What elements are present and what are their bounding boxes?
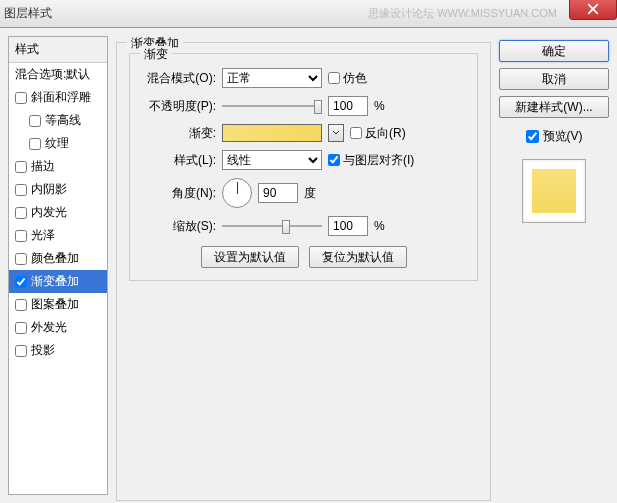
- sidebar-item-checkbox[interactable]: [15, 253, 27, 265]
- sidebar-item-checkbox[interactable]: [15, 230, 27, 242]
- angle-label: 角度(N):: [142, 185, 216, 202]
- blend-mode-select[interactable]: 正常: [222, 68, 322, 88]
- sub-legend: 渐变: [140, 46, 172, 63]
- sidebar-item-label: 渐变叠加: [31, 273, 79, 290]
- sidebar-item[interactable]: 等高线: [9, 109, 107, 132]
- sidebar-item-checkbox[interactable]: [15, 161, 27, 173]
- blend-mode-label: 混合模式(O):: [142, 70, 216, 87]
- sidebar-header: 样式: [9, 37, 107, 63]
- sidebar-item-label: 颜色叠加: [31, 250, 79, 267]
- right-panel: 确定 取消 新建样式(W)... 预览(V): [499, 36, 609, 495]
- sidebar-item-label: 斜面和浮雕: [31, 89, 91, 106]
- sidebar-item-label: 光泽: [31, 227, 55, 244]
- sidebar-item[interactable]: 内阴影: [9, 178, 107, 201]
- chevron-down-icon: [332, 130, 340, 136]
- cancel-button[interactable]: 取消: [499, 68, 609, 90]
- sidebar-item-checkbox[interactable]: [29, 138, 41, 150]
- sidebar-item[interactable]: 渐变叠加: [9, 270, 107, 293]
- center-panel: 渐变叠加 渐变 混合模式(O): 正常 仿色 不透明度(P): % 渐变:: [116, 36, 491, 495]
- align-checkbox[interactable]: 与图层对齐(I): [328, 152, 414, 169]
- percent-unit: %: [374, 99, 385, 113]
- styles-sidebar: 样式 混合选项:默认 斜面和浮雕等高线纹理描边内阴影内发光光泽颜色叠加渐变叠加图…: [8, 36, 108, 495]
- sidebar-item-label: 描边: [31, 158, 55, 175]
- sidebar-item-checkbox[interactable]: [29, 115, 41, 127]
- titlebar: 图层样式 思缘设计论坛 WWW.MISSYUAN.COM: [0, 0, 617, 28]
- sidebar-item-checkbox[interactable]: [15, 276, 27, 288]
- gradient-preview[interactable]: [222, 124, 322, 142]
- style-label: 样式(L):: [142, 152, 216, 169]
- sidebar-item[interactable]: 投影: [9, 339, 107, 362]
- sidebar-item-label: 外发光: [31, 319, 67, 336]
- preview-checkbox[interactable]: 预览(V): [499, 128, 609, 145]
- watermark: 思缘设计论坛 WWW.MISSYUAN.COM: [368, 6, 557, 21]
- scale-input[interactable]: [328, 216, 368, 236]
- scale-percent: %: [374, 219, 385, 233]
- sidebar-item-label: 等高线: [45, 112, 81, 129]
- gradient-label: 渐变:: [142, 125, 216, 142]
- reset-default-button[interactable]: 复位为默认值: [309, 246, 407, 268]
- dither-checkbox[interactable]: 仿色: [328, 70, 367, 87]
- sidebar-item-checkbox[interactable]: [15, 322, 27, 334]
- sidebar-item[interactable]: 斜面和浮雕: [9, 86, 107, 109]
- angle-dial[interactable]: [222, 178, 252, 208]
- sidebar-item[interactable]: 颜色叠加: [9, 247, 107, 270]
- window-title: 图层样式: [4, 5, 52, 22]
- scale-slider[interactable]: [222, 217, 322, 235]
- reverse-checkbox[interactable]: 反向(R): [350, 125, 406, 142]
- opacity-label: 不透明度(P):: [142, 98, 216, 115]
- degree-unit: 度: [304, 185, 316, 202]
- blending-options[interactable]: 混合选项:默认: [9, 63, 107, 86]
- sidebar-item-label: 内发光: [31, 204, 67, 221]
- sidebar-item[interactable]: 图案叠加: [9, 293, 107, 316]
- preview-swatch: [532, 169, 576, 213]
- sidebar-item-label: 图案叠加: [31, 296, 79, 313]
- sidebar-item[interactable]: 描边: [9, 155, 107, 178]
- sidebar-item-label: 内阴影: [31, 181, 67, 198]
- sidebar-item[interactable]: 纹理: [9, 132, 107, 155]
- sidebar-item[interactable]: 外发光: [9, 316, 107, 339]
- sidebar-item[interactable]: 内发光: [9, 201, 107, 224]
- gradient-overlay-group: 渐变叠加 渐变 混合模式(O): 正常 仿色 不透明度(P): % 渐变:: [116, 42, 491, 501]
- sidebar-item-checkbox[interactable]: [15, 345, 27, 357]
- sidebar-item-checkbox[interactable]: [15, 207, 27, 219]
- sidebar-item-checkbox[interactable]: [15, 92, 27, 104]
- preview-box: [522, 159, 586, 223]
- sidebar-item-checkbox[interactable]: [15, 299, 27, 311]
- close-button[interactable]: [569, 0, 617, 20]
- sidebar-item-label: 投影: [31, 342, 55, 359]
- sidebar-item-checkbox[interactable]: [15, 184, 27, 196]
- gradient-subgroup: 渐变 混合模式(O): 正常 仿色 不透明度(P): % 渐变: 反向(R): [129, 53, 478, 281]
- style-select[interactable]: 线性: [222, 150, 322, 170]
- opacity-slider[interactable]: [222, 97, 322, 115]
- ok-button[interactable]: 确定: [499, 40, 609, 62]
- opacity-input[interactable]: [328, 96, 368, 116]
- new-style-button[interactable]: 新建样式(W)...: [499, 96, 609, 118]
- scale-label: 缩放(S):: [142, 218, 216, 235]
- angle-input[interactable]: [258, 183, 298, 203]
- gradient-dropdown[interactable]: [328, 124, 344, 142]
- close-icon: [587, 3, 599, 15]
- sidebar-item[interactable]: 光泽: [9, 224, 107, 247]
- sidebar-item-label: 纹理: [45, 135, 69, 152]
- set-default-button[interactable]: 设置为默认值: [201, 246, 299, 268]
